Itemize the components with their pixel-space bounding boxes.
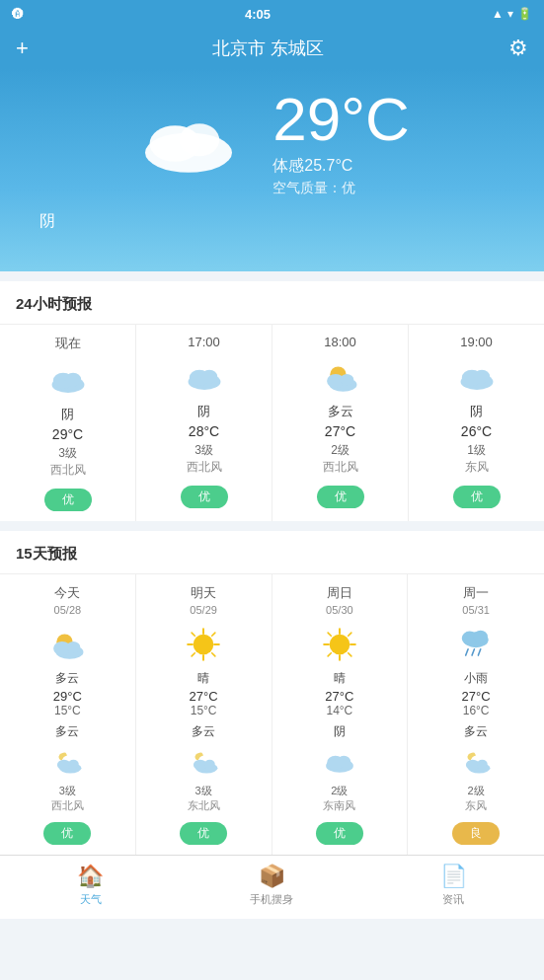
day-col: 明天 05/29 晴 27°C 15°C 多云 3级 东北风 优 [136, 574, 272, 855]
svg-point-15 [473, 369, 489, 383]
forecast-icon [417, 357, 536, 397]
svg-point-49 [474, 631, 488, 643]
wind-level: 2级 [414, 784, 538, 798]
svg-line-52 [479, 649, 481, 655]
wind-level: 3级 [6, 784, 129, 798]
forecast-col: 19:00 阴 26°C 1级 东风 优 [409, 325, 544, 521]
day-air-badge: 优 [316, 822, 363, 845]
wind-level: 2级 [278, 784, 402, 798]
forecast-wind-level: 2级 [280, 442, 400, 459]
day-name: 周日 [278, 584, 402, 602]
forecast-wind-level: 1级 [417, 442, 536, 459]
forecast-col: 17:00 阴 28°C 3级 西北风 优 [136, 325, 272, 521]
forecast-time: 19:00 [417, 335, 536, 349]
forecast-temp: 27°C [280, 423, 400, 439]
svg-point-55 [477, 760, 488, 769]
day-col: 周一 05/31 小雨 27°C 16°C 多云 2级 东风 良 [408, 574, 544, 855]
day-date: 05/29 [142, 604, 266, 616]
wind-dir: 东南风 [278, 798, 402, 813]
status-right: ▲ ▾ 🔋 [492, 7, 532, 21]
night-desc: 多云 [142, 723, 266, 740]
forecast-temp: 28°C [144, 423, 264, 439]
bottom-nav: 🏠 天气 📦 手机摆身 📄 资讯 [0, 855, 544, 919]
svg-point-8 [200, 369, 216, 383]
night-desc: 多云 [414, 723, 538, 740]
city-title: 北京市 东城区 [212, 37, 324, 60]
svg-point-46 [337, 756, 350, 768]
feels-like: 体感25.7°C [272, 156, 410, 177]
air-quality-main: 空气质量：优 [272, 180, 410, 197]
day-desc: 多云 [6, 670, 129, 687]
forecast-wind-level: 3级 [144, 442, 264, 459]
forecast-15d-section: 15天预报 今天 05/28 多云 29°C 15°C 多云 3级 西北风 优 … [0, 531, 544, 855]
day-name: 今天 [6, 584, 129, 602]
day-low-temp: 16°C [414, 704, 538, 717]
day-date: 05/30 [278, 604, 402, 616]
day-icon [142, 624, 266, 665]
nav-icon-weather: 🏠 [77, 864, 104, 889]
svg-line-50 [466, 649, 468, 655]
day-icon [278, 624, 402, 665]
forecast-temp: 26°C [417, 423, 536, 439]
day-desc: 晴 [278, 670, 402, 687]
day-high-temp: 27°C [278, 689, 402, 704]
svg-line-41 [349, 653, 351, 656]
forecast-24h-title: 24小时预报 [0, 295, 544, 325]
nav-item-weather[interactable]: 🏠 天气 [51, 864, 130, 907]
day-air-badge: 优 [43, 822, 91, 845]
day-high-temp: 29°C [6, 689, 129, 704]
air-badge: 优 [44, 489, 92, 511]
wind-dir: 东风 [414, 798, 538, 813]
weather-description: 阴 [20, 211, 55, 232]
day-name: 明天 [142, 584, 266, 602]
forecast-wind-level: 3级 [8, 445, 127, 462]
status-left: 🅐 [12, 7, 24, 21]
forecast-wind-dir: 西北风 [144, 459, 264, 476]
night-icon [414, 744, 538, 780]
nav-label-weather: 天气 [80, 892, 102, 907]
forecast-icon [144, 357, 264, 397]
svg-line-28 [192, 633, 194, 636]
forecast-24h-list: 现在 阴 29°C 3级 西北风 优 17:00 阴 28°C 3级 西北风 优… [0, 325, 544, 521]
signal-icon: ▲ [492, 7, 504, 21]
main-temperature: 29°C [272, 89, 410, 150]
forecast-col: 现在 阴 29°C 3级 西北风 优 [0, 325, 136, 521]
forecast-15d-title: 15天预报 [0, 545, 544, 574]
air-badge: 优 [453, 486, 501, 508]
day-low-temp: 15°C [142, 704, 266, 717]
svg-point-22 [68, 760, 79, 769]
svg-point-2 [180, 123, 219, 156]
day-col: 今天 05/28 多云 29°C 15°C 多云 3级 西北风 优 [0, 574, 136, 855]
nav-item-phone[interactable]: 📦 手机摆身 [232, 864, 311, 907]
svg-line-30 [212, 633, 215, 636]
forecast-temp: 29°C [8, 426, 127, 442]
svg-line-31 [192, 653, 194, 656]
svg-point-5 [64, 372, 80, 386]
add-button[interactable]: + [16, 36, 29, 61]
night-desc: 阴 [278, 723, 402, 740]
forecast-desc: 阴 [144, 403, 264, 420]
nav-label-phone: 手机摆身 [250, 892, 293, 907]
weather-main: 29°C 体感25.7°C 空气质量：优 阴 [0, 69, 544, 271]
forecast-24h-section: 24小时预报 现在 阴 29°C 3级 西北风 优 17:00 阴 28°C 3… [0, 281, 544, 521]
forecast-time: 现在 [8, 335, 127, 352]
forecast-icon [280, 357, 400, 397]
svg-point-34 [204, 760, 215, 769]
main-weather-icon [134, 109, 243, 178]
temp-display: 29°C 体感25.7°C 空气质量：优 [272, 89, 410, 197]
nav-icon-news: 📄 [440, 864, 467, 889]
nav-item-news[interactable]: 📄 资讯 [414, 864, 493, 907]
day-icon [6, 624, 129, 665]
settings-button[interactable]: ⚙ [508, 36, 528, 61]
night-icon [278, 744, 402, 780]
battery-icon: 🔋 [517, 7, 532, 21]
forecast-wind-dir: 西北风 [280, 459, 400, 476]
day-col: 周日 05/30 晴 27°C 14°C 阴 2级 东南风 优 [272, 574, 409, 855]
nav-label-news: 资讯 [442, 892, 464, 907]
forecast-time: 17:00 [144, 335, 264, 349]
wifi-icon: ▾ [507, 7, 513, 21]
svg-line-29 [212, 653, 215, 656]
svg-line-51 [472, 649, 474, 655]
forecast-icon [8, 360, 127, 400]
forecast-wind-dir: 西北风 [8, 462, 127, 479]
